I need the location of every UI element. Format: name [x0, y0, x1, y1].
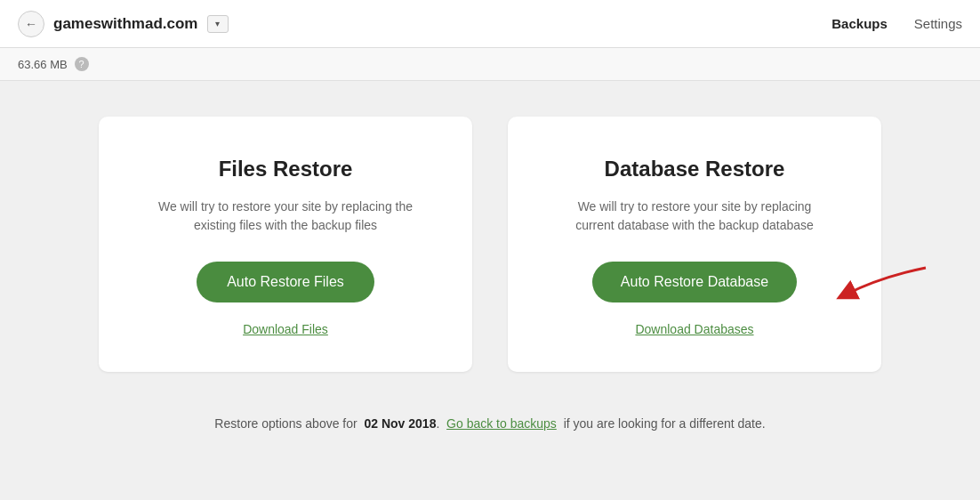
- dropdown-icon: ▾: [215, 19, 220, 28]
- cards-row: Files Restore We will try to restore you…: [71, 117, 909, 372]
- site-name: gameswithmad.com: [53, 15, 198, 33]
- auto-restore-files-button[interactable]: Auto Restore Files: [197, 262, 374, 302]
- footer-prefix: Restore options above for: [214, 416, 357, 431]
- footer: Restore options above for 02 Nov 2018. G…: [71, 416, 909, 431]
- database-card-description: We will try to restore your site by repl…: [561, 198, 828, 235]
- header-left: ← gameswithmad.com ▾: [18, 11, 831, 37]
- database-restore-card: Database Restore We will try to restore …: [508, 117, 881, 372]
- subheader: 63.66 MB ?: [0, 48, 980, 81]
- auto-restore-database-button[interactable]: Auto Restore Database: [592, 262, 797, 302]
- files-restore-card: Files Restore We will try to restore you…: [99, 117, 472, 372]
- files-card-description: We will try to restore your site by repl…: [152, 198, 419, 235]
- database-card-title: Database Restore: [605, 157, 785, 181]
- nav-backups[interactable]: Backups: [831, 16, 888, 31]
- download-databases-link[interactable]: Download Databases: [635, 322, 753, 336]
- footer-date: 02 Nov 2018: [364, 416, 436, 431]
- header: ← gameswithmad.com ▾ Backups Settings: [0, 0, 980, 48]
- main-content: Files Restore We will try to restore you…: [0, 81, 980, 466]
- info-icon[interactable]: ?: [75, 57, 89, 71]
- info-icon-symbol: ?: [79, 59, 84, 69]
- footer-suffix: if you are looking for a different date.: [564, 416, 766, 431]
- nav-settings[interactable]: Settings: [914, 16, 962, 31]
- files-card-title: Files Restore: [219, 157, 353, 181]
- file-size-label: 63.66 MB: [18, 58, 68, 71]
- header-nav: Backups Settings: [831, 16, 962, 31]
- back-button[interactable]: ←: [18, 11, 44, 37]
- go-back-to-backups-link[interactable]: Go back to backups: [446, 416, 557, 431]
- back-icon: ←: [25, 17, 37, 31]
- database-card-wrapper: Database Restore We will try to restore …: [508, 117, 881, 372]
- download-files-link[interactable]: Download Files: [243, 322, 328, 336]
- site-dropdown-button[interactable]: ▾: [207, 15, 229, 33]
